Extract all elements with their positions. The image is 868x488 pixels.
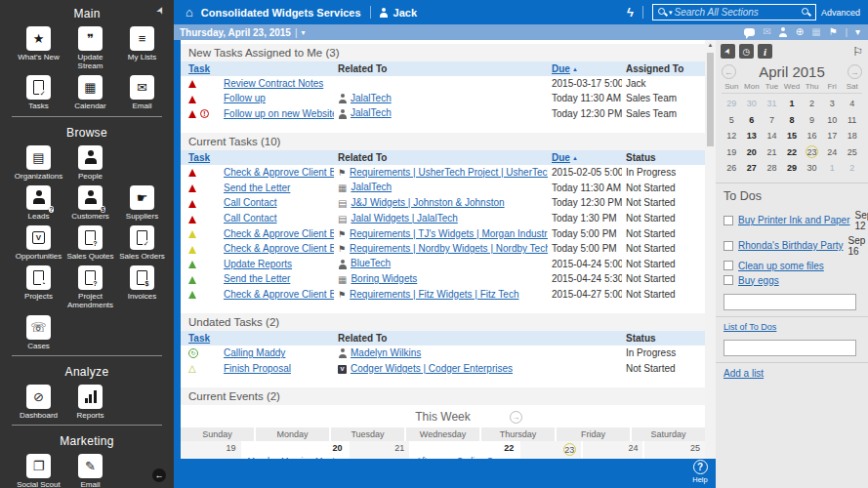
event-link[interactable]: Monday Morning Meet... [248,456,343,459]
related-link[interactable]: Jalal Widgets | JalalTech [351,213,457,224]
date-selector[interactable]: Thursday, April 23, 2015|▾ [180,27,306,38]
calendar-date[interactable]: 14 [762,128,782,144]
task-link[interactable]: Send the Letter [224,183,290,193]
calendar-date[interactable]: 10 [822,112,843,129]
calendar-date[interactable]: 1 [782,96,803,112]
advanced-search-link[interactable]: Advanced [821,8,860,18]
calendar-date[interactable]: 8 [782,112,803,129]
sidebar-item-sales-orders[interactable]: ✓Sales Orders [116,225,168,261]
related-link[interactable]: Requirements | UsherTech Project | Usher… [350,167,548,178]
calendar-date[interactable]: 4 [842,96,862,112]
related-link[interactable]: Madelyn Wilkins [351,347,421,358]
calendar-date[interactable]: 23 [802,144,822,161]
user-menu[interactable]: Jack [393,7,417,19]
task-link[interactable]: Check & Approve Client Brief [224,289,334,300]
sidebar-item-social-scout[interactable]: ❐Social Scout [13,454,64,488]
sidebar-item-project-amendments[interactable]: ?Project Amendments [64,265,116,309]
task-link[interactable]: Call Contact [224,197,276,208]
todo-checkbox[interactable] [723,241,733,251]
sort-by-task[interactable]: Task [188,63,210,74]
related-link[interactable]: J&J Widgets | Johnston & Johnston [351,197,504,208]
related-link[interactable]: JalalTech [351,93,392,103]
sidebar-item-my-lists[interactable]: ≡My Lists [116,26,168,70]
info-icon[interactable]: i [758,44,772,59]
new-todo-input[interactable] [723,294,856,310]
sidebar-item-sales-quotes[interactable]: ?Sales Quotes [64,225,116,261]
related-link[interactable]: Requirements | Fitz Widgets | Fitz Tech [350,289,518,300]
sidebar-item-email-marketing[interactable]: ✎Email Marketing [64,454,116,488]
sidebar-item-organizations[interactable]: ▤Organizations [13,145,64,181]
calendar-date[interactable]: 24 [822,144,843,161]
calendar-date[interactable]: 1 [822,160,843,177]
calendar-date[interactable]: 30 [742,96,763,112]
task-link[interactable]: Follow up on new Website Lead [224,108,334,119]
people-icon[interactable] [779,27,788,37]
brand-title[interactable]: Consolidated Widgets Services [201,7,361,19]
chat-icon[interactable] [744,28,755,36]
sidebar-item-cases[interactable]: ☏Cases [13,315,64,350]
todo-link[interactable]: Rhonda's Birthday Party [738,240,844,251]
sidebar-item-reports[interactable]: Reports [64,385,116,420]
calendar-date[interactable]: 2 [802,96,822,112]
search-scope-caret-icon[interactable]: ▾ [669,9,673,17]
sidebar-item-opportunities[interactable]: VOpportunities [13,225,64,261]
related-link[interactable]: Requirements | TJ's Widgets | Morgan Ind… [350,228,548,239]
task-link[interactable]: Finish Proposal [224,363,291,374]
todo-link[interactable]: Buy Printer Ink and Paper [738,215,850,225]
todo-checkbox[interactable] [723,216,733,225]
prev-month-button[interactable]: ← [722,64,736,79]
globe-icon[interactable]: ⊕ [796,27,804,37]
calendar-date[interactable]: 2 [842,160,862,177]
mail-icon[interactable]: ✉ [763,27,770,37]
event-link[interactable]: Afternoon Coding Sess... [416,456,514,459]
related-link[interactable]: Codger Widgets | Codger Enterprises [351,363,513,374]
calendar-date[interactable]: 15 [782,128,803,144]
calendar-date[interactable]: 7 [762,112,782,129]
task-link[interactable]: Check & Approve Client Brief [224,243,334,254]
next-month-button[interactable]: → [847,64,862,79]
todo-checkbox[interactable] [723,261,733,270]
calendar-date[interactable]: 29 [722,96,742,112]
sidebar-item-what-s-new[interactable]: ★What's New [13,26,64,70]
todo-checkbox[interactable] [723,275,733,285]
related-link[interactable]: Requirements | Nordby Widgets | Nordby T… [350,243,548,254]
calendar-date[interactable]: 29 [782,160,803,177]
home-icon[interactable]: ⌂ [186,5,193,20]
calendar-date[interactable]: 22 [782,144,803,161]
search-icon[interactable] [801,7,811,18]
related-link[interactable]: JalalTech [351,107,392,118]
calendar-date[interactable]: 9 [802,112,822,129]
sidebar-item-suppliers[interactable]: ☛Suppliers [116,185,168,221]
todo-list-link[interactable]: List of To Dos [723,322,776,332]
task-link[interactable]: Check & Approve Client Brief [224,228,334,239]
calendar-date[interactable]: 17 [822,128,843,144]
clock-icon[interactable]: ◷ [739,44,754,59]
chevron-down-icon[interactable]: ▾ [855,27,860,37]
flag-outline-icon[interactable]: ⚐ [852,45,863,59]
todo-link[interactable]: Buy eggs [738,275,779,286]
task-link[interactable]: Follow up [224,93,266,103]
new-list-input[interactable] [723,340,856,356]
sidebar-item-dashboard[interactable]: ⊘Dashboard [13,385,64,420]
pin-icon[interactable]: ➤ [721,44,735,59]
flag-icon[interactable]: ⚑ [829,27,838,37]
calendar-date[interactable]: 13 [742,128,763,144]
sidebar-item-update-stream[interactable]: ❞Update Stream [64,26,116,70]
sidebar-item-people[interactable]: People [64,145,116,181]
sort-by-task[interactable]: Task [188,333,210,344]
related-link[interactable]: JalalTech [351,182,392,192]
calendar-date[interactable]: 31 [762,96,782,112]
calendar-date[interactable]: 28 [762,160,782,177]
calendar-date[interactable]: 12 [722,128,742,144]
calendar-date[interactable]: 5 [722,112,742,129]
sidebar-item-invoices[interactable]: $Invoices [116,265,168,309]
scrollbar-thumb[interactable] [707,53,714,146]
task-link[interactable]: Check & Approve Client Brief [224,167,334,178]
next-week-button[interactable]: → [510,411,522,424]
sidebar-item-email[interactable]: ✉Email [116,75,168,110]
calendar-date[interactable]: 11 [842,112,862,129]
calendar-date[interactable]: 18 [842,128,862,144]
task-link[interactable]: Update Reports [224,259,292,269]
scroll-up-icon[interactable]: ▲ [705,40,716,48]
calendar-date[interactable]: 3 [822,96,843,112]
